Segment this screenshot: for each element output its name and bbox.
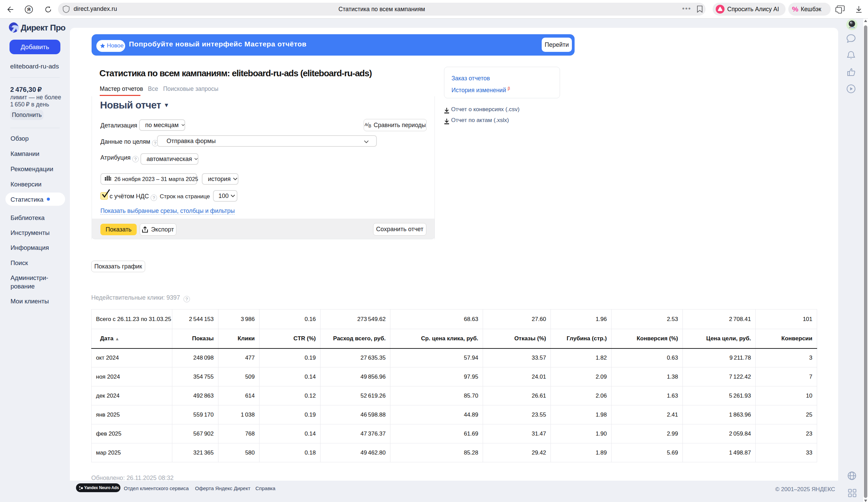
svg-text:Я: Я bbox=[27, 7, 31, 12]
